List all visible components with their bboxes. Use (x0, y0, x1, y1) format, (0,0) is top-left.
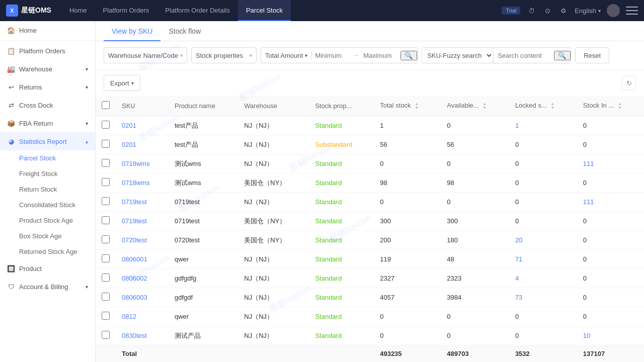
nav-parcel-stock[interactable]: Parcel Stock (238, 0, 291, 21)
sidebar-sub-return-stock[interactable]: Return Stock (19, 182, 95, 197)
select-all-checkbox[interactable] (102, 101, 110, 109)
menu-icon[interactable] (626, 7, 638, 15)
sku-link[interactable]: 0718wms (122, 179, 150, 187)
sidebar-item-cross-dock[interactable]: ⇄ Cross Dock (0, 96, 95, 114)
stock-in-link[interactable]: 111 (583, 198, 594, 206)
sidebar-sub-product-stock-age[interactable]: Product Stock Age (19, 213, 95, 228)
sku-link[interactable]: 0201 (122, 141, 136, 148)
sidebar-sub-parcel-stock[interactable]: Parcel Stock (19, 150, 95, 166)
locked-link[interactable]: 1 (515, 122, 519, 129)
locked-link[interactable]: 4 (515, 275, 519, 282)
export-button[interactable]: Export ▾ (104, 75, 140, 91)
clock-icon[interactable]: ⏱ (526, 6, 536, 16)
action-bar: Export ▾ ↻ (96, 70, 644, 96)
row-checkbox[interactable] (102, 178, 110, 186)
locked-stock-cell[interactable]: 1 (509, 116, 577, 135)
reset-button[interactable]: Reset (575, 47, 609, 63)
sku-link[interactable]: 0719test (122, 217, 147, 225)
row-checkbox[interactable] (102, 197, 110, 205)
maximum-input[interactable] (360, 47, 400, 63)
sku-link[interactable]: 0830test (122, 332, 147, 339)
row-checkbox[interactable] (102, 274, 110, 282)
sku-link[interactable]: 0806003 (122, 294, 147, 301)
col-stock-in[interactable]: Stock In ... ▲▼ (577, 96, 644, 116)
locked-stock-cell[interactable]: 73 (509, 288, 577, 307)
data-table-wrap: SKU Product name Warehouse Stock prop...… (96, 96, 644, 362)
row-checkbox[interactable] (102, 159, 110, 167)
row-checkbox[interactable] (102, 235, 110, 243)
sku-search-button[interactable]: 🔍 (554, 51, 571, 60)
sku-link[interactable]: 0806001 (122, 255, 147, 263)
stock-prop-cell: Standard (309, 193, 374, 212)
row-checkbox[interactable] (102, 140, 110, 148)
locked-link[interactable]: 73 (515, 294, 522, 301)
tab-view-by-sku[interactable]: View by SKU (104, 21, 160, 41)
row-checkbox[interactable] (102, 216, 110, 224)
user-avatar[interactable] (607, 4, 620, 17)
stock-in-link[interactable]: 111 (583, 160, 594, 167)
warehouse-filter[interactable]: Warehouse Name/Code ▾ (104, 47, 187, 63)
chevron-down-icon: ▾ (131, 80, 134, 86)
refresh-button[interactable]: ↻ (622, 76, 636, 90)
col-locked-stock[interactable]: Locked s... ▲▼ (509, 96, 577, 116)
locked-link[interactable]: 20 (515, 236, 522, 244)
total-label: Total (122, 350, 137, 357)
product-name-cell: 0719test (169, 212, 238, 231)
locked-stock-cell[interactable]: 20 (509, 231, 577, 250)
warehouse-cell: NJ（NJ） (238, 116, 309, 135)
nav-home[interactable]: Home (61, 0, 95, 21)
sidebar-label-fba-return: FBA Return (19, 120, 53, 127)
sku-link[interactable]: 0201 (122, 122, 136, 129)
sku-link[interactable]: 0718wms (122, 160, 150, 167)
sidebar-label-cross-dock: Cross Dock (19, 102, 53, 109)
sidebar-sub-box-stock-age[interactable]: Box Stock Age (19, 228, 95, 244)
row-checkbox[interactable] (102, 121, 110, 129)
row-checkbox[interactable] (102, 331, 110, 339)
stock-in-cell[interactable]: 111 (577, 193, 644, 212)
sidebar-item-home[interactable]: 🏠 Home (0, 21, 95, 39)
row-checkbox[interactable] (102, 312, 110, 320)
sidebar-item-fba-return[interactable]: 📦 FBA Return ▾ (0, 114, 95, 132)
sku-link[interactable]: 0806002 (122, 275, 147, 282)
alert-circle-icon[interactable]: ⊙ (542, 6, 552, 16)
available-cell: 0 (441, 307, 509, 326)
sidebar-item-returns[interactable]: ↩ Returns ▾ (0, 78, 95, 96)
locked-stock-cell[interactable]: 71 (509, 250, 577, 269)
stock-in-cell[interactable]: 10 (577, 326, 644, 345)
nav-platform-order-details[interactable]: Platform Order Details (157, 0, 238, 21)
stock-in-link[interactable]: 10 (583, 332, 590, 339)
nav-platform-orders[interactable]: Platform Orders (95, 0, 157, 21)
app-name: 星链OMS (21, 6, 51, 15)
row-checkbox[interactable] (102, 293, 110, 301)
sidebar-item-product[interactable]: 🔲 Product (0, 259, 95, 278)
product-name-cell: 0720test (169, 231, 238, 250)
sidebar-label-product: Product (19, 265, 42, 273)
minimum-input[interactable] (312, 47, 352, 63)
sidebar-item-platform-orders[interactable]: 📋 Platform Orders (0, 42, 95, 60)
col-available[interactable]: Available... ▲▼ (441, 96, 509, 116)
tab-stock-flow[interactable]: Stock flow (160, 21, 209, 41)
locked-stock-cell[interactable]: 4 (509, 269, 577, 288)
sidebar-sub-freight-stock[interactable]: Freight Stock (19, 166, 95, 182)
sku-search-input[interactable] (494, 47, 554, 63)
sidebar-sub-returned-stock-age[interactable]: Returned Stock Age (19, 244, 95, 259)
locked-link[interactable]: 71 (515, 255, 522, 263)
content-area: 星链Nation 星链Nation 星链Nation 星链Nation 星链Na… (96, 21, 644, 362)
sku-link[interactable]: 0720test (122, 236, 147, 244)
settings-icon[interactable]: ⚙ (558, 6, 569, 16)
sku-search-type[interactable]: SKU-Fuzzy search (422, 47, 494, 63)
total-amount-label[interactable]: Total Amount ▾ (261, 52, 312, 59)
stock-properties-filter[interactable]: Stock properties ▾ (191, 47, 257, 63)
sidebar-item-account-billing[interactable]: 🛡 Account & Billing ▾ (0, 278, 95, 296)
sidebar-item-statistics-report[interactable]: ◕ Statistics Report ▴ (0, 132, 95, 150)
sidebar-label-statistics-report: Statistics Report (19, 138, 67, 145)
amount-search-button[interactable]: 🔍 (400, 51, 417, 60)
sidebar-sub-consolidated-stock[interactable]: Consolidated Stock (19, 197, 95, 213)
col-total-stock[interactable]: Total stock ▲▼ (374, 96, 441, 116)
language-selector[interactable]: English ▾ (575, 7, 601, 15)
stock-in-cell[interactable]: 111 (577, 154, 644, 173)
sku-link[interactable]: 0719test (122, 198, 147, 206)
row-checkbox[interactable] (102, 254, 110, 262)
sidebar-item-warehouse[interactable]: 🏭 Warehouse ▾ (0, 60, 95, 78)
sku-link[interactable]: 0812 (122, 313, 136, 320)
